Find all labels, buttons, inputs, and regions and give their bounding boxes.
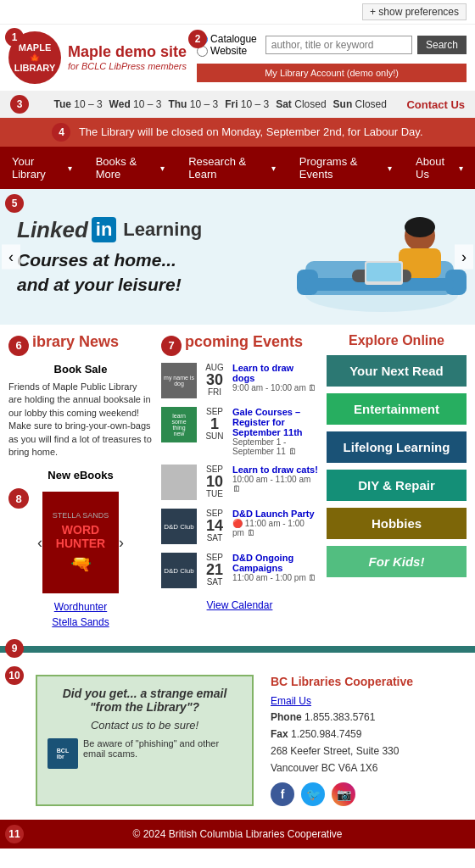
new-ebooks-title: New eBooks <box>8 469 153 481</box>
event-image: D&D Club <box>161 553 197 588</box>
contact-city: Vancouver BC V6A 1X6 <box>271 761 465 776</box>
hero-prev-button[interactable]: ‹ <box>2 245 20 270</box>
event-time: 🔴 11:00 am - 1:00 pm 🗓 <box>232 519 318 537</box>
explore-entertainment-button[interactable]: Entertainment <box>327 393 467 425</box>
chevron-down-icon: ▾ <box>459 164 463 173</box>
learning-label: Learning <box>123 219 202 241</box>
section-badge-10: 10 <box>5 666 24 685</box>
explore-lifelong-learning-button[interactable]: Lifelong Learning <box>327 431 467 463</box>
event-name[interactable]: Learn to draw cats! <box>232 465 318 475</box>
event-details: Learn to draw dogs 9:00 am - 10:00 am 🗓 <box>232 363 318 392</box>
view-calendar-section: View Calendar <box>161 597 318 612</box>
hero-next-button[interactable]: › <box>455 245 473 270</box>
contact-fax: Fax 1.250.984.7459 <box>271 727 465 742</box>
twitter-icon[interactable]: 🐦 <box>301 782 325 806</box>
hero-tagline: Courses at home... and at your leisure! <box>17 248 202 297</box>
book-sale-title: Book Sale <box>8 363 153 376</box>
upcoming-events-title: pcoming Events <box>185 333 303 351</box>
ebook-info: Wordhunter Stella Sands <box>8 598 153 629</box>
section-divider-9: 9 <box>0 646 475 653</box>
show-preferences-button[interactable]: + show preferences <box>362 3 467 20</box>
left-column: 6 ibrary News Book Sale Friends of Maple… <box>8 333 153 629</box>
chevron-down-icon: ▾ <box>271 164 276 173</box>
nav-bar: Your Library ▾ Books & More ▾ Research &… <box>0 147 475 189</box>
search-input[interactable] <box>265 36 412 54</box>
email-us-link[interactable]: Email Us <box>271 695 465 707</box>
phishing-title: Did you get... a strange email "from the… <box>48 687 242 714</box>
ebook-author-link[interactable]: Stella Sands <box>52 616 109 628</box>
footer-copyright: © 2024 British Columbia Libraries Cooper… <box>133 828 343 840</box>
ebook-next-button[interactable]: › <box>119 534 124 552</box>
event-time: 9:00 am - 10:00 am 🗓 <box>232 383 318 392</box>
event-image: my name isdog <box>161 363 197 398</box>
phishing-warning-box: Did you get... a strange email "from the… <box>36 675 254 805</box>
svg-rect-10 <box>366 263 401 281</box>
event-time: September 1 - September 11 🗓 <box>232 437 318 456</box>
hero-illustration <box>288 193 475 325</box>
site-name: Maple demo site <box>68 43 187 62</box>
hero-content: Linked in Learning Courses at home... an… <box>0 200 219 314</box>
hours-sun: Sun Closed <box>333 98 387 110</box>
ebook-title-link[interactable]: Wordhunter <box>54 601 107 613</box>
event-name[interactable]: Learn to draw dogs <box>232 363 318 383</box>
section-badge-4: 4 <box>52 123 70 142</box>
facebook-icon[interactable]: f <box>271 782 294 806</box>
event-name[interactable]: D&D Launch Party <box>232 509 318 519</box>
explore-online-title: Explore Online <box>327 333 467 348</box>
chevron-down-icon: ▾ <box>388 164 392 173</box>
event-date: SEP 21 SAT <box>202 553 227 587</box>
explore-diy-repair-button[interactable]: DIY & Repair <box>327 470 467 501</box>
nav-your-library[interactable]: Your Library ▾ <box>0 147 84 189</box>
event-item: learnsomethingnew SEP 1 SUN Gale Courses… <box>161 407 318 456</box>
book-sale-text: Friends of Maple Public Library are hold… <box>8 381 153 459</box>
view-calendar-link[interactable]: View Calendar <box>207 599 273 611</box>
logo-area: MAPLE🍁LIBRARY Maple demo site for BCLC L… <box>8 31 187 84</box>
event-name[interactable]: Gale Courses – Register for September 11… <box>232 407 318 437</box>
nav-about-us[interactable]: About Us ▾ <box>404 147 475 189</box>
contact-us-link[interactable]: Contact Us <box>406 98 465 111</box>
hours-wed: Wed 10 – 3 <box>109 98 162 110</box>
hours-fri: Fri 10 – 3 <box>225 98 269 110</box>
event-time: 11:00 am - 1:00 pm 🗓 <box>232 573 318 582</box>
event-date: SEP 1 SUN <box>202 407 227 441</box>
chevron-down-icon: ▾ <box>160 164 165 173</box>
main-content: 6 ibrary News Book Sale Friends of Maple… <box>0 325 475 637</box>
book-sale-section: Book Sale Friends of Maple Public Librar… <box>8 363 153 459</box>
section-badge-2: 2 <box>188 30 207 48</box>
instagram-icon[interactable]: 📷 <box>332 782 355 806</box>
svg-point-6 <box>405 217 435 237</box>
page-footer: 11 © 2024 British Columbia Libraries Coo… <box>0 820 475 849</box>
site-subtitle: for BCLC LibPress members <box>68 61 187 72</box>
section-badge-11: 11 <box>5 825 24 843</box>
section-badge-3: 3 <box>10 95 29 114</box>
event-name[interactable]: D&D Ongoing Campaigns <box>232 553 318 573</box>
website-label: Website <box>197 45 257 57</box>
middle-column: 7 pcoming Events my name isdog AUG 30 FR… <box>161 333 318 629</box>
event-details: D&D Launch Party 🔴 11:00 am - 1:00 pm 🗓 <box>232 509 318 537</box>
right-column: Explore Online Your Next Read Entertainm… <box>327 333 467 629</box>
site-title-area: Maple demo site for BCLC LibPress member… <box>68 43 187 73</box>
section-badge-9: 9 <box>5 639 24 658</box>
social-icons: f 🐦 📷 <box>271 782 465 806</box>
event-image: learnsomethingnew <box>161 407 197 442</box>
library-news-title: ibrary News <box>32 333 119 351</box>
nav-research-learn[interactable]: Research & Learn ▾ <box>176 147 288 189</box>
explore-hobbies-button[interactable]: Hobbies <box>327 508 467 539</box>
chevron-down-icon: ▾ <box>68 164 72 173</box>
hours-list: Tue 10 – 3 Wed 10 – 3 Thu 10 – 3 Fri 10 … <box>53 98 386 110</box>
explore-for-kids-button[interactable]: For Kids! <box>327 546 467 577</box>
event-date: SEP 10 TUE <box>202 465 227 498</box>
contact-org-name: BC Libraries Cooperative <box>271 675 465 688</box>
alert-message: The Library will be closed on Monday, Se… <box>79 125 423 138</box>
my-account-button[interactable]: My Library Account (demo only!) <box>197 64 467 82</box>
hero-banner: 5 ‹ Linked in Learning Courses at home..… <box>0 189 475 325</box>
section-badge-1: 1 <box>5 28 24 47</box>
nav-books-more[interactable]: Books & More ▾ <box>84 147 177 189</box>
explore-your-next-read-button[interactable]: Your Next Read <box>327 355 467 387</box>
event-details: D&D Ongoing Campaigns 11:00 am - 1:00 pm… <box>232 553 318 582</box>
top-bar: + show preferences <box>0 0 475 25</box>
event-details: Learn to draw cats! 10:00 am - 11:00 am … <box>232 465 318 493</box>
search-button[interactable]: Search <box>417 36 467 54</box>
nav-programs-events[interactable]: Programs & Events ▾ <box>288 147 404 189</box>
header: 1 MAPLE🍁LIBRARY Maple demo site for BCLC… <box>0 25 475 91</box>
